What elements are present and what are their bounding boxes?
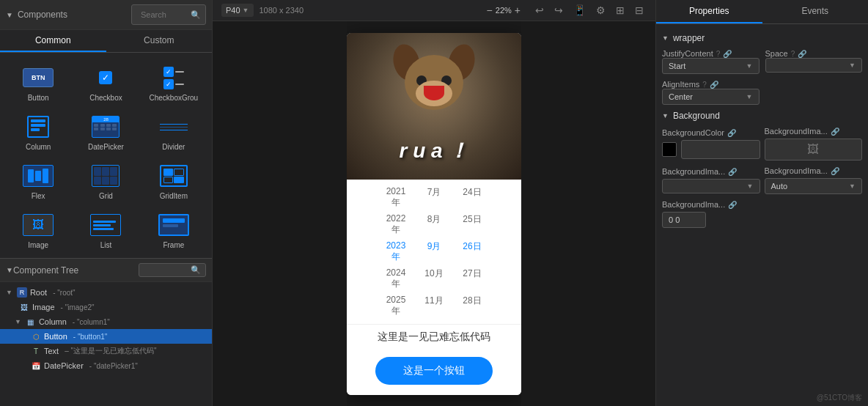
components-toggle-icon[interactable]: ▼: [6, 11, 13, 19]
align-label-text: AlignItems: [662, 80, 699, 89]
device-selector[interactable]: P40 ▼: [221, 4, 254, 17]
space-link-icon[interactable]: 🔗: [798, 50, 806, 58]
frame-label: Frame: [163, 241, 184, 249]
grid-icon: [88, 163, 123, 189]
component-frame[interactable]: Frame: [141, 206, 206, 252]
dp-row-0: 2021年 7月 24日: [347, 184, 521, 211]
justify-content-group: JustifyContent ? 🔗 Start ▼: [662, 49, 760, 74]
tree-node-image[interactable]: 🖼 Image - "image2": [0, 300, 212, 314]
dp-row-4: 2025年 11月 28日: [347, 292, 521, 320]
undo-button[interactable]: ↩: [532, 3, 547, 18]
bg-color-link-icon[interactable]: 🔗: [727, 129, 736, 137]
component-tabs: Common Custom: [0, 30, 212, 53]
dp-year-2: 2023年: [383, 240, 409, 263]
justify-help-icon[interactable]: ?: [716, 50, 721, 58]
background-toggle-icon[interactable]: ▼: [662, 112, 669, 119]
tree-node-column-toggle[interactable]: ▼: [15, 318, 21, 325]
dp-day-2: 26日: [459, 240, 485, 263]
tree-node-column-label: Column: [39, 317, 67, 326]
bg-pos-label: BackgroundIma... 🔗: [662, 200, 862, 209]
component-list[interactable]: List: [73, 206, 138, 252]
phone-action-button[interactable]: 这是一个按钮: [375, 357, 493, 385]
redo-button[interactable]: ↪: [551, 3, 566, 18]
align-value: Center: [669, 92, 693, 101]
tree-search-box[interactable]: 🔍: [139, 263, 206, 277]
phone-preview-button[interactable]: 📱: [570, 3, 589, 18]
component-button[interactable]: BTN Button: [6, 59, 70, 105]
components-search-input[interactable]: [136, 7, 188, 23]
layout-button[interactable]: ⊟: [632, 3, 647, 18]
component-checkboxgroup[interactable]: ✓ ✓ CheckboxGrou: [141, 59, 206, 105]
align-help-icon[interactable]: ?: [702, 81, 707, 89]
justify-link-icon[interactable]: 🔗: [723, 50, 732, 58]
space-value-box[interactable]: ▼: [765, 58, 863, 73]
flex-label: Flex: [32, 192, 45, 200]
bg-image2-group: BackgroundIma... 🔗 ▼: [662, 167, 760, 193]
bg-image2-value-box[interactable]: ▼: [662, 179, 760, 193]
justify-value-box[interactable]: Start ▼: [662, 58, 760, 74]
toolbar: P40 ▼ 1080 x 2340 − 22% + ↩ ↪ 📱 ⚙ ⊞ ⊟: [213, 0, 655, 21]
component-column[interactable]: Column: [6, 108, 70, 154]
tab-custom[interactable]: Custom: [106, 30, 213, 52]
component-image[interactable]: 🖼 Image: [6, 206, 70, 252]
image-node-icon: 🖼: [19, 302, 29, 312]
tree-node-button[interactable]: ⬡ Button - "button1": [0, 329, 212, 344]
component-divider[interactable]: Divider: [141, 108, 206, 154]
phone-button-area: 这是一个按钮: [347, 350, 521, 395]
bg-pos-link-icon[interactable]: 🔗: [728, 201, 737, 209]
dp-day-3: 27日: [459, 267, 485, 290]
bg-pos-value[interactable]: 0 0: [662, 212, 706, 228]
space-help-icon[interactable]: ?: [791, 50, 795, 58]
justify-label: JustifyContent ? 🔗: [662, 49, 760, 58]
bg-mode-value-box[interactable]: Auto ▼: [765, 178, 863, 194]
bg-color-swatch[interactable]: [662, 142, 677, 157]
tree-node-text-label: Text: [44, 347, 59, 355]
align-link-icon[interactable]: 🔗: [710, 81, 718, 89]
components-search-box[interactable]: 🔍: [131, 4, 206, 25]
divider-icon-visual: [158, 116, 189, 138]
bg-mode-group: BackgroundIma... 🔗 Auto ▼: [765, 166, 863, 194]
bg-image1-placeholder[interactable]: 🖼: [765, 139, 863, 160]
dp-month-1: 8月: [421, 213, 447, 236]
tab-events[interactable]: Events: [762, 0, 869, 23]
component-tree-header: ▼ Component Tree 🔍: [0, 259, 212, 282]
tree-node-root-toggle[interactable]: ▼: [6, 289, 12, 296]
canvas-area[interactable]: r u a ！ 2021年 7月 24日 2022年 8月 25日 2023年 …: [347, 21, 521, 406]
frame-icon: [156, 212, 191, 238]
checkboxgroup-icon: ✓ ✓: [156, 64, 191, 91]
align-value-box[interactable]: Center ▼: [662, 89, 760, 105]
tree-node-text[interactable]: T Text – "这里是一见已难忘低代码": [0, 344, 212, 358]
right-panel: Properties Events ▼ wrapper JustifyConte…: [655, 0, 868, 406]
bg-color-value-box[interactable]: [681, 140, 760, 159]
column-label: Column: [26, 143, 51, 151]
toolbar-actions: ↩ ↪ 📱 ⚙ ⊞ ⊟: [532, 3, 647, 18]
settings-button[interactable]: ⚙: [593, 3, 608, 18]
bg-image1-link-icon[interactable]: 🔗: [831, 128, 839, 136]
bg-mode-link-icon[interactable]: 🔗: [831, 167, 839, 175]
tree-node-root[interactable]: ▼ R Root - "root": [0, 285, 212, 300]
component-grid-item[interactable]: Grid: [73, 157, 138, 203]
phone-preview: r u a ！ 2021年 7月 24日 2022年 8月 25日 2023年 …: [347, 33, 521, 395]
wrapper-toggle-icon[interactable]: ▼: [662, 34, 669, 42]
component-datepicker[interactable]: 28 DatePicker: [73, 108, 138, 154]
zoom-minus-button[interactable]: −: [487, 4, 493, 16]
tree-node-datepicker[interactable]: 📅 DatePicker - "datePicker1": [0, 358, 212, 373]
bg-image2-link-icon[interactable]: 🔗: [728, 168, 737, 176]
tab-common[interactable]: Common: [0, 30, 106, 52]
background-section-header: ▼ Background: [662, 111, 862, 121]
zoom-plus-button[interactable]: +: [515, 4, 521, 16]
tree-toggle-icon[interactable]: ▼: [6, 266, 13, 274]
tab-properties[interactable]: Properties: [656, 0, 762, 23]
grid-view-button[interactable]: ⊞: [613, 3, 628, 18]
bg-mode-label-text: BackgroundIma...: [765, 166, 828, 175]
component-griditem[interactable]: GridItem: [141, 157, 206, 203]
component-checkbox[interactable]: ✓ Checkbox: [73, 59, 138, 105]
grid-label: Grid: [99, 192, 113, 200]
tree-node-column[interactable]: ▼ ▦ Column - "column1": [0, 314, 212, 329]
dp-row-2: 2023年 9月 26日: [347, 238, 521, 265]
justify-chevron-icon: ▼: [746, 62, 753, 70]
root-icon: R: [17, 287, 27, 298]
component-flex[interactable]: Flex: [6, 157, 70, 203]
tree-search-input[interactable]: [144, 266, 188, 275]
dog-snout: [416, 81, 452, 106]
